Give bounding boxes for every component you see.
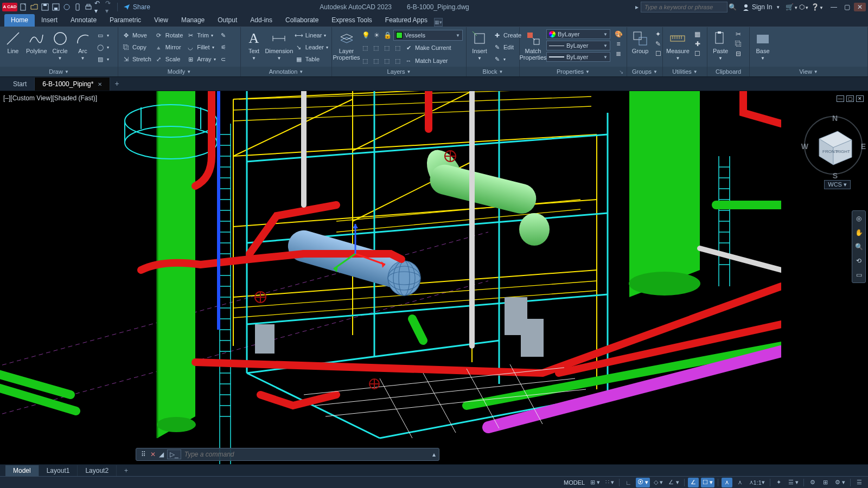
- layout-tab-1[interactable]: Layout1: [39, 465, 78, 476]
- cmd-handle-icon[interactable]: ⠿: [139, 451, 147, 458]
- fillet-button[interactable]: ◡Fillet ▾: [186, 41, 215, 53]
- app-switcher-icon[interactable]: ⬡▼: [799, 3, 809, 11]
- snap-icon[interactable]: ∷ ▾: [604, 478, 616, 487]
- layout-tab-model[interactable]: Model: [5, 465, 39, 476]
- scale-button[interactable]: ⤢Scale: [155, 53, 183, 65]
- cut-icon[interactable]: ✂: [733, 29, 743, 39]
- hatch-icon[interactable]: ▨: [96, 55, 105, 63]
- nav-orbit-icon[interactable]: ⟲: [853, 255, 864, 266]
- anno-icon[interactable]: ⋏: [722, 478, 732, 487]
- tab-start[interactable]: Start: [5, 78, 35, 91]
- panel-expand-icon[interactable]: ↘: [619, 69, 626, 75]
- edit-button[interactable]: ✎Edit: [493, 41, 521, 53]
- tab-collaborate[interactable]: Collaborate: [279, 14, 325, 27]
- ortho-icon[interactable]: ∟: [623, 478, 634, 487]
- viewport[interactable]: [–][Custom View][Shaded (Fast)] — ▢ ✕: [0, 91, 868, 464]
- help-icon[interactable]: ❔▼: [811, 3, 824, 11]
- otrack-icon[interactable]: ∠ ▾: [667, 478, 680, 487]
- paste-button[interactable]: Paste▼: [711, 29, 730, 61]
- insert-button[interactable]: Insert▼: [470, 29, 489, 61]
- explode-icon[interactable]: ⚟: [219, 43, 228, 52]
- sel-cycle-icon[interactable]: ☰ ▾: [787, 478, 800, 487]
- minimize-button[interactable]: —: [828, 3, 840, 11]
- nav-pan-icon[interactable]: ✋: [853, 227, 864, 238]
- block-attr-icon[interactable]: ✎: [493, 55, 501, 63]
- measure-button[interactable]: Measure▼: [666, 29, 690, 61]
- ungroup-icon[interactable]: ✦: [653, 29, 663, 39]
- vp-min-icon[interactable]: —: [837, 95, 844, 102]
- match-layer[interactable]: Match Layer: [415, 57, 448, 64]
- tab-app-icon[interactable]: ▦▾: [434, 18, 443, 27]
- bulb-icon[interactable]: 💡: [361, 30, 371, 40]
- iso-icon[interactable]: ◇ ▾: [652, 478, 665, 487]
- search-icon[interactable]: 🔍: [729, 3, 737, 11]
- anno2-icon[interactable]: ⋏: [735, 478, 745, 487]
- tab-view[interactable]: View: [148, 14, 175, 27]
- mobile-icon[interactable]: [73, 2, 82, 12]
- maximize-button[interactable]: ▢: [841, 3, 853, 11]
- prop-icon-1[interactable]: 🎨: [614, 29, 623, 39]
- clip-icon-3[interactable]: ⊟: [733, 49, 743, 59]
- tab-addins[interactable]: Add-ins: [244, 14, 279, 27]
- rect-icon[interactable]: ▭: [96, 31, 105, 40]
- cmd-close-icon[interactable]: ✕: [150, 451, 156, 458]
- signin-button[interactable]: Sign In▼: [738, 3, 784, 11]
- nav-wheel-icon[interactable]: ◎: [853, 213, 864, 224]
- osnap-icon[interactable]: ∠: [688, 478, 699, 487]
- group-sel-icon[interactable]: ☐: [653, 49, 663, 59]
- sun-icon[interactable]: ☀: [372, 30, 381, 40]
- tab-new[interactable]: +: [110, 76, 121, 91]
- layer-combo[interactable]: Vessels▼: [393, 30, 463, 41]
- group-edit-icon[interactable]: ✎: [653, 39, 663, 49]
- layout-add[interactable]: +: [117, 465, 136, 476]
- open-icon[interactable]: [29, 2, 39, 12]
- anno3-icon[interactable]: ⋏ 1:1 ▾: [748, 478, 767, 487]
- linear-button[interactable]: ⟷Linear ▾: [295, 29, 328, 41]
- match-properties-button[interactable]: MatchProperties: [523, 29, 543, 61]
- app-badge[interactable]: A CAD: [2, 3, 17, 11]
- ellipse-icon[interactable]: ◯: [96, 43, 105, 52]
- wcs-label[interactable]: WCS ▾: [824, 180, 851, 189]
- close-button[interactable]: ✕: [854, 3, 866, 11]
- make-current[interactable]: Make Current: [415, 44, 451, 51]
- tab-output[interactable]: Output: [211, 14, 244, 27]
- prop-icon-3[interactable]: ≣: [614, 49, 623, 59]
- color-combo[interactable]: ByLayer▼: [546, 29, 610, 39]
- vp-close-icon[interactable]: ✕: [856, 95, 864, 102]
- web-icon[interactable]: [62, 2, 72, 12]
- new-icon[interactable]: [18, 2, 28, 12]
- tab-insert[interactable]: Insert: [35, 14, 64, 27]
- command-bar[interactable]: ⠿ ✕ ◢ ▷_ ▴: [136, 448, 439, 461]
- gizmo-icon[interactable]: ✦: [774, 478, 784, 487]
- save-icon[interactable]: [40, 2, 50, 12]
- util-icon-1[interactable]: ▦: [693, 29, 703, 39]
- grid-icon[interactable]: ⊞ ▾: [589, 478, 602, 487]
- prop-icon-2[interactable]: ≡: [614, 39, 623, 49]
- ws-icon[interactable]: ⚙ ▾: [833, 478, 847, 487]
- vp-max-icon[interactable]: ▢: [846, 95, 854, 102]
- layer-iso-icon[interactable]: ⬚: [361, 43, 369, 52]
- undo-icon[interactable]: ↶ ▾: [94, 2, 104, 12]
- array-button[interactable]: ⊞Array ▾: [186, 53, 215, 65]
- linetype-combo[interactable]: ByLayer▼: [546, 41, 610, 50]
- table-button[interactable]: ▦Table: [295, 53, 328, 65]
- tab-home[interactable]: Home: [4, 14, 35, 27]
- tab-manage[interactable]: Manage: [175, 14, 211, 27]
- viewcube[interactable]: FRONT RIGHT: [809, 121, 858, 170]
- offset-icon[interactable]: ⊂: [219, 55, 228, 63]
- util-icon-3[interactable]: ☐: [693, 49, 703, 59]
- circle-button[interactable]: Circle▼: [50, 29, 70, 61]
- copy-clip-icon[interactable]: ⿻: [733, 39, 743, 49]
- saveas-icon[interactable]: [51, 2, 61, 12]
- match-layer-icon[interactable]: ↔: [404, 56, 413, 65]
- dimension-button[interactable]: Dimension▼: [267, 29, 291, 61]
- polyline-button[interactable]: Polyline: [26, 29, 47, 54]
- tab-featured[interactable]: Featured Apps: [379, 14, 434, 27]
- rotate-button[interactable]: ⟳Rotate: [155, 29, 183, 41]
- create-button[interactable]: ✚Create: [493, 29, 521, 41]
- mirror-button[interactable]: ⟁Mirror: [155, 41, 183, 53]
- lock-ui-icon[interactable]: ⊞: [820, 478, 831, 487]
- tab-active-file[interactable]: 6-B-1000_Piping*✕: [35, 78, 110, 91]
- search-input[interactable]: [641, 2, 727, 12]
- leader-button[interactable]: ↘Leader ▾: [295, 41, 328, 53]
